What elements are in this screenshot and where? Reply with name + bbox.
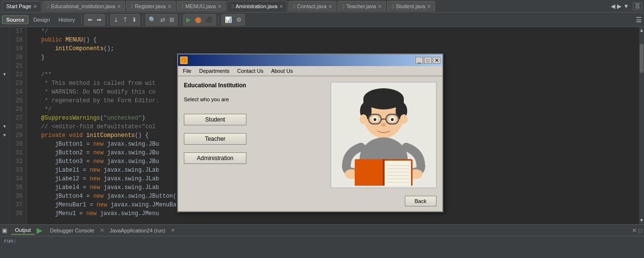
tab-close-icon[interactable]: ✕ (117, 4, 121, 9)
separator3 (142, 15, 143, 25)
history-tab[interactable]: History (55, 16, 79, 24)
svg-text:J: J (182, 58, 184, 63)
close-panel-icon[interactable]: ✕ (632, 227, 637, 234)
tab-label: Teacher.java (346, 3, 376, 9)
svg-rect-25 (385, 161, 411, 186)
tab-aministration[interactable]: J Aministration.java ✕ (227, 1, 287, 12)
svg-point-8 (360, 114, 367, 124)
scroll-up-btn[interactable]: ▲ (639, 27, 644, 34)
fold-gutter-31 (0, 149, 9, 157)
find-all-btn[interactable]: ⊞ (167, 15, 176, 24)
fold-gutter-21 (0, 62, 9, 70)
bottom-panel: ▣ Output ▶ Debugger Console ✕ JavaApplic… (0, 224, 644, 258)
view-btn-group: ⬅ ➡ (84, 14, 105, 26)
tab-close-icon[interactable]: ✕ (378, 4, 382, 9)
tab-close-icon[interactable]: ✕ (167, 4, 171, 9)
fold-gutter-29[interactable]: ▼ (0, 131, 9, 140)
close-button[interactable]: ✕ (433, 57, 440, 64)
nav-btn1[interactable]: ⤓ (112, 15, 120, 24)
fold-gutter-35 (0, 183, 9, 192)
fold-gutter-33 (0, 166, 9, 175)
menu-contact-us[interactable]: Contact Us (234, 67, 266, 75)
nav-btn3[interactable]: ⬇ (130, 15, 139, 24)
back-history-btn[interactable]: ⬅ (86, 15, 94, 24)
stop-btn[interactable]: ⬛ (204, 15, 215, 24)
tab-close-icon[interactable]: ✕ (328, 4, 332, 9)
tab-start-page[interactable]: Start Page ✕ (2, 1, 41, 12)
dialog-select-label: Select who you are (184, 96, 323, 102)
nav-down-icon[interactable]: ▼ (623, 3, 629, 10)
separator5 (219, 15, 219, 25)
fold-gutter-27 (0, 114, 9, 122)
separator2 (107, 15, 108, 25)
menu-about-us[interactable]: About Us (268, 67, 296, 75)
tab-close-icon[interactable]: ✕ (33, 4, 37, 9)
fold-gutter-18[interactable] (0, 36, 9, 44)
tab-teacher[interactable]: J Teacher.java ✕ (337, 1, 386, 12)
code-line: */ (31, 27, 635, 36)
debugger-close-icon[interactable]: ✕ (100, 228, 104, 233)
fold-gutter-20[interactable] (0, 53, 9, 62)
source-tab[interactable]: Source (2, 15, 28, 24)
minimize-button[interactable]: _ (415, 57, 423, 64)
nav-btn-group: ⤓ ⤒ ⬇ (110, 14, 140, 26)
scroll-down-btn[interactable]: ▼ (639, 217, 644, 224)
chart-btn[interactable]: 📊 (223, 15, 234, 24)
tab-student[interactable]: J Student.java ✕ (387, 1, 435, 12)
run-btn[interactable]: ▶ (184, 15, 193, 24)
character-image (331, 82, 437, 188)
administration-button[interactable]: Administration (184, 152, 246, 164)
fold-gutter-17[interactable] (0, 27, 9, 36)
maximize-button[interactable]: □ (424, 57, 432, 64)
scrollbar[interactable]: ▲ ▼ (639, 27, 644, 224)
tab-menuu[interactable]: J MENUU.java ✕ (177, 1, 226, 12)
svg-point-15 (374, 118, 376, 121)
ide-menu-icon[interactable]: ☰ (636, 16, 642, 24)
debugger-tab[interactable]: Debugger Console (46, 227, 98, 234)
tab-close-icon[interactable]: ✕ (218, 4, 221, 9)
run-tab[interactable]: JavaApplication24 (run) (106, 227, 169, 234)
nav-left-icon[interactable]: ◀ (611, 3, 615, 10)
nav-right-icon[interactable]: ▶ (617, 3, 621, 10)
dialog-left-panel: Educational Institution Select who you a… (184, 82, 323, 188)
gear-btn[interactable]: ⚙ (234, 15, 244, 24)
run-close-icon[interactable]: ✕ (171, 228, 175, 233)
nav-menu-icon[interactable]: ☰ (633, 2, 642, 10)
fold-gutter-22[interactable]: ▼ (0, 70, 9, 79)
back-button[interactable]: Back (405, 196, 437, 206)
menu-departments[interactable]: Departments (196, 67, 232, 75)
fold-gutter-19[interactable] (0, 44, 9, 53)
tab-contact[interactable]: J Contact.java ✕ (288, 1, 336, 12)
fwd-history-btn[interactable]: ➡ (95, 15, 103, 24)
tab-close-icon[interactable]: ✕ (279, 4, 283, 9)
fold-gutter-36 (0, 192, 9, 201)
fold-gutter-37 (0, 201, 9, 209)
tab-label: Start Page (6, 3, 31, 9)
tab-register[interactable]: J Register.java ✕ (126, 1, 176, 12)
debug-btn[interactable]: ⬤ (193, 15, 203, 24)
dialog-app-title: Educational Institution (184, 82, 323, 89)
fold-gutter-26 (0, 105, 9, 114)
menu-file[interactable]: File (180, 67, 194, 75)
svg-rect-7 (363, 98, 404, 108)
separator (81, 15, 82, 25)
teacher-button[interactable]: Teacher (184, 133, 246, 145)
student-button[interactable]: Student (184, 114, 246, 125)
fold-gutter-28[interactable]: ▼ (0, 122, 9, 131)
search-btn[interactable]: 🔍 (147, 15, 158, 24)
tab-label: MENUU.java (185, 3, 216, 9)
replace-btn[interactable]: ⇄ (158, 15, 167, 24)
java-file-icon: J (47, 4, 49, 9)
fold-gutter-30 (0, 140, 9, 149)
tab-close-icon[interactable]: ✕ (427, 4, 431, 9)
svg-point-17 (381, 123, 386, 127)
nav-btn2[interactable]: ⤒ (121, 15, 129, 24)
scrollbar-thumb[interactable] (640, 44, 644, 73)
output-tab[interactable]: Output (11, 226, 35, 235)
maximize-panel-icon[interactable]: □ (639, 227, 642, 234)
bottom-panel-actions: ✕ □ (632, 227, 642, 234)
design-tab[interactable]: Design (29, 16, 53, 24)
dialog-footer: Back (178, 194, 442, 211)
fold-gutter-24 (0, 88, 9, 96)
tab-educational[interactable]: J Educational_institution.java ✕ (42, 1, 125, 12)
